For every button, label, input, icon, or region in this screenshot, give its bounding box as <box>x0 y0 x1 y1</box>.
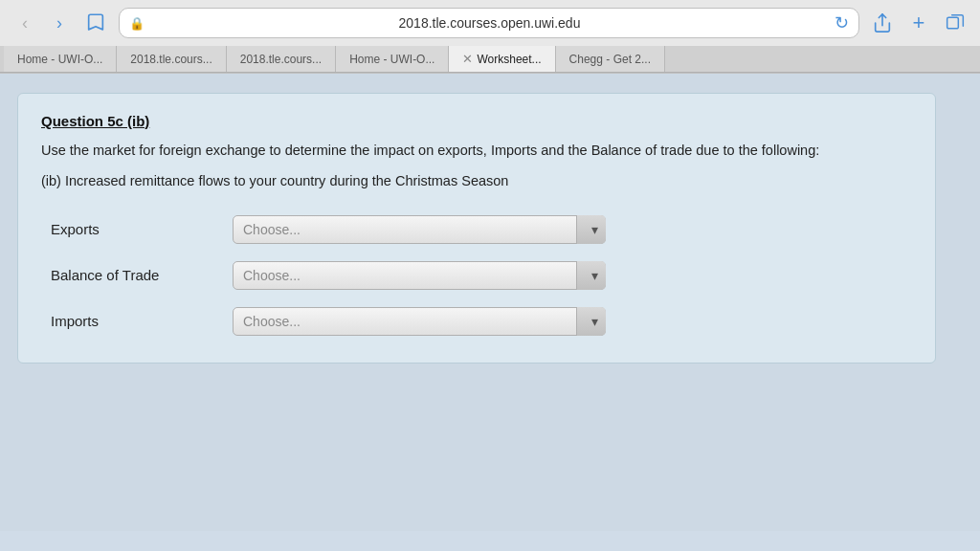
browser-chrome: ‹ › 🔒 2018.tle.courses.open.uwi.edu ↻ <box>0 0 980 74</box>
form-row-imports: Imports Choose... Increase Decrease No C… <box>51 307 912 336</box>
svg-rect-1 <box>947 17 959 29</box>
tab-worksheet[interactable]: ✕ Worksheet... <box>449 46 555 72</box>
question-box: Question 5c (ib) Use the market for fore… <box>17 93 936 364</box>
form-rows: Exports Choose... Increase Decrease No C… <box>41 215 912 336</box>
page-content: Question 5c (ib) Use the market for fore… <box>0 74 980 531</box>
label-exports: Exports <box>51 221 204 237</box>
forward-button[interactable]: › <box>46 10 73 36</box>
sub-question: (ib) Increased remittance flows to your … <box>41 171 912 192</box>
select-balance-of-trade[interactable]: Choose... Increase Decrease No Change <box>233 261 606 290</box>
toolbar-actions: + <box>869 10 969 36</box>
bookmarks-button[interactable] <box>82 10 109 36</box>
tab-home-uwi-2[interactable]: Home - UWI-O... <box>336 46 449 72</box>
back-button[interactable]: ‹ <box>11 10 38 36</box>
lock-icon: 🔒 <box>129 16 145 31</box>
label-balance-of-trade: Balance of Trade <box>51 267 204 283</box>
tab-tle-2[interactable]: 2018.tle.cours... <box>227 46 336 72</box>
select-wrapper-balance: Choose... Increase Decrease No Change <box>233 261 606 290</box>
label-imports: Imports <box>51 313 204 329</box>
nav-buttons: ‹ › <box>11 10 73 36</box>
question-body: Use the market for foreign exchange to d… <box>41 141 912 162</box>
tab-home-uwi-1[interactable]: Home - UWI-O... <box>4 46 117 72</box>
tabs-overview-button[interactable] <box>942 10 969 36</box>
tab-tle-1[interactable]: 2018.tle.cours... <box>117 46 226 72</box>
share-button[interactable] <box>869 10 896 36</box>
reload-button[interactable]: ↻ <box>835 12 849 33</box>
new-tab-button[interactable]: + <box>905 10 932 36</box>
tab-close-icon[interactable]: ✕ <box>462 52 473 66</box>
select-wrapper-imports: Choose... Increase Decrease No Change <box>233 307 606 336</box>
address-bar[interactable]: 🔒 2018.tle.courses.open.uwi.edu ↻ <box>119 8 859 38</box>
tab-chegg[interactable]: Chegg - Get 2... <box>556 46 665 72</box>
tabs-bar: Home - UWI-O... 2018.tle.cours... 2018.t… <box>0 46 980 73</box>
select-exports[interactable]: Choose... Increase Decrease No Change <box>233 215 606 244</box>
form-row-exports: Exports Choose... Increase Decrease No C… <box>51 215 912 244</box>
select-wrapper-exports: Choose... Increase Decrease No Change <box>233 215 606 244</box>
form-row-balance-of-trade: Balance of Trade Choose... Increase Decr… <box>51 261 912 290</box>
question-title: Question 5c (ib) <box>41 113 912 129</box>
toolbar: ‹ › 🔒 2018.tle.courses.open.uwi.edu ↻ <box>0 0 980 46</box>
address-text: 2018.tle.courses.open.uwi.edu <box>150 15 829 31</box>
select-imports[interactable]: Choose... Increase Decrease No Change <box>233 307 606 336</box>
